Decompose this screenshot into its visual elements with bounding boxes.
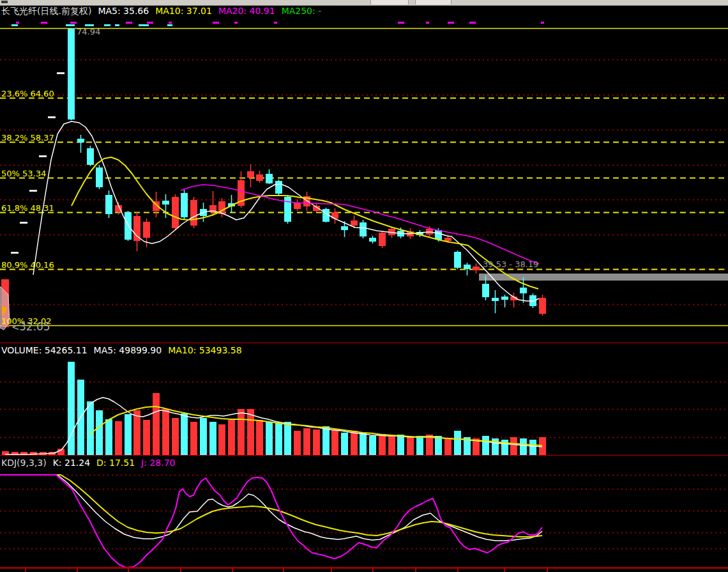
clipped-ma-dot [234,22,238,24]
volume-bar [351,431,358,455]
kdj-panel-header: KDJ(9,3,3)K: 21.24D: 17.51J: 28.70 [1,458,181,468]
volume-bar [388,436,395,455]
volume-bar [228,420,235,455]
volume-bar [360,433,367,455]
volume-ma5-line [5,398,542,454]
chart-canvas[interactable] [0,0,728,572]
candle-body [379,233,386,246]
indicator-label: KDJ(9,3,3) [1,458,47,468]
candle-body [96,167,103,187]
candle-body [444,238,451,241]
gap-zone [479,274,728,281]
trading-app-window: 长飞光纤(日线.前复权)MA5: 35.66MA10: 37.01MA20: 4… [0,0,728,572]
clipped-ma-dot [16,22,19,24]
volume-bar [68,362,75,455]
low-price-label: 32.05 [19,320,50,333]
clipped-ma-dot [451,22,454,24]
candle-body [77,139,84,143]
candle-body [435,230,442,240]
limit-dash-candle [57,72,64,74]
volume-bar [238,409,245,455]
fib-level-label: 50% 53.34 [1,169,46,178]
volume-bar [444,439,451,455]
candle-body [520,288,527,293]
volume-bar [322,426,330,455]
volume-bar [96,410,103,455]
volume-bar [341,433,348,455]
volume-bar [125,414,132,455]
volume-bar [190,422,197,455]
volume-bar [115,421,122,455]
candle-body [87,148,94,165]
volume-panel-header: VOLUME: 54265.11MA5: 49899.90MA10: 53493… [1,345,248,355]
volume-bar [397,435,404,455]
candle-body [351,220,358,226]
clipped-ma-dot [129,22,132,24]
volume-bar [520,438,527,455]
volume-bar [416,436,423,455]
volume-bar [133,410,140,455]
candle-body [247,171,254,178]
volume-bar [105,419,112,455]
candle-body [341,226,348,230]
clipped-ma-dot [44,22,47,24]
candle-body [464,265,471,269]
limit-dash-candle [39,155,47,157]
volume-bar [303,428,310,455]
volume-bar [162,409,169,455]
volume-bar [209,422,216,455]
volume-bar [172,418,179,455]
clipped-ma-dot [216,22,219,24]
clipped-ma-dot [448,22,451,24]
volume-bar [454,431,461,455]
clipped-ma-dot [73,22,77,24]
candle-body [539,298,546,314]
clipped-ma-dot [398,22,401,24]
high-price-label: 74.94 [77,27,100,36]
gap-zone-label: 39.53 - 38.19 [483,259,538,269]
clipped-ma-dot [426,22,429,24]
clipped-ma-dot [213,22,216,24]
volume-bar [482,436,489,455]
volume-bar [331,429,338,455]
volume-bar [200,418,207,455]
volume-bar [284,422,291,455]
candle-body [482,284,489,297]
volume-bar [529,440,536,455]
candle-body [294,203,301,209]
candle-body [68,29,75,120]
limit-dash-candle [20,222,27,224]
volume-bar [87,401,94,455]
candle-body [360,222,367,236]
candle-body [172,197,179,228]
clipped-ma-dot [469,22,473,24]
candle-body [501,297,508,300]
indicator-label: J: 28.70 [141,458,175,468]
clipped-ma-dot [126,22,129,24]
fib-level-label: 61.8% 48.31 [1,204,54,212]
volume-bar [143,420,150,455]
clipped-ma-dot [401,22,404,24]
low-arrow-icon: < [11,321,20,333]
clipped-candle-dash [115,24,119,26]
limit-dash-candle [29,190,37,192]
clipped-candle-dash [11,24,18,26]
indicator-label: MA5: 49899.90 [94,345,162,355]
candle-body [473,267,480,270]
volume-bar [407,437,414,455]
candle-body [162,201,169,205]
volume-bar [510,437,517,455]
volume-bar [275,423,282,455]
clipped-candle-dash [139,24,149,26]
volume-bar [266,422,273,455]
volume-bar [256,420,263,455]
clipped-ma-dot [473,22,476,24]
candle-body [190,200,197,226]
indicator-label: MA10: 53493.58 [168,345,241,355]
clipped-candle-dash [66,24,75,26]
clipped-ma-dot [274,22,277,24]
clipped-candle-dash [167,24,172,26]
fib-level-label: 38.2% 58.37 [1,134,54,142]
indicator-label: D: 17.51 [96,458,135,468]
candle-body [125,212,132,240]
